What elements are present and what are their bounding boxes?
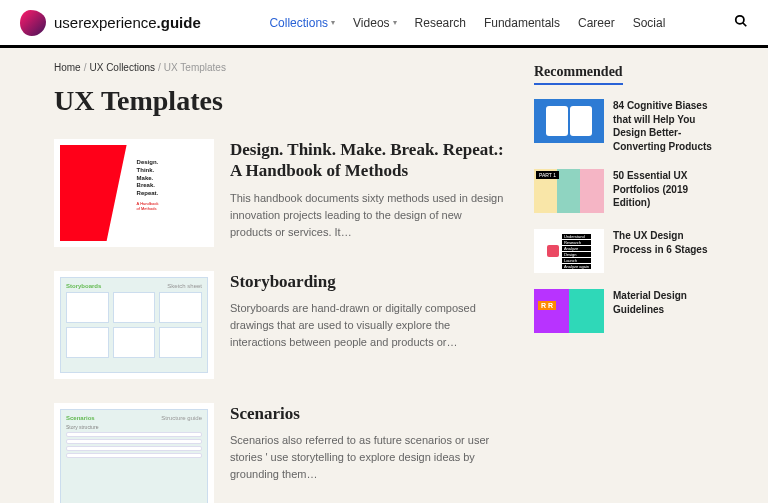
nav-fundamentals[interactable]: Fundamentals	[484, 16, 560, 30]
recommended-item[interactable]: 84 Cognitive Biases that will Help You D…	[534, 99, 714, 153]
nav-collections[interactable]: Collections▾	[269, 16, 335, 30]
top-navbar: userexperience.guide Collections▾ Videos…	[0, 0, 768, 48]
sidebar: Recommended 84 Cognitive Biases that wil…	[534, 62, 714, 503]
breadcrumb-home[interactable]: Home	[54, 62, 81, 73]
recommended-item[interactable]: 50 Essential UX Portfolios (2019 Edition…	[534, 169, 714, 213]
post-title[interactable]: Storyboarding	[230, 271, 504, 292]
svg-point-0	[736, 15, 744, 23]
recommended-thumbnail: UnderstandResearchAnalyzeDesignLaunchAna…	[534, 229, 604, 273]
recommended-title: Material Design Guidelines	[613, 289, 714, 333]
breadcrumb-current: UX Templates	[164, 62, 226, 73]
sidebar-heading: Recommended	[534, 64, 623, 85]
post-title[interactable]: Design. Think. Make. Break. Repeat.: A H…	[230, 139, 504, 182]
nav-career[interactable]: Career	[578, 16, 615, 30]
post-title[interactable]: Scenarios	[230, 403, 504, 424]
recommended-thumbnail	[534, 99, 604, 143]
chevron-down-icon: ▾	[393, 18, 397, 27]
brand-text: userexperience.guide	[54, 14, 201, 31]
post-description: This handbook documents sixty methods us…	[230, 190, 504, 241]
recommended-title: 50 Essential UX Portfolios (2019 Edition…	[613, 169, 714, 213]
nav-videos[interactable]: Videos▾	[353, 16, 396, 30]
post-description: Storyboards are hand-drawn or digitally …	[230, 300, 504, 351]
page-title: UX Templates	[54, 85, 504, 117]
chevron-down-icon: ▾	[331, 18, 335, 27]
post-item: StoryboardsSketch sheet Storyboarding St…	[54, 271, 504, 379]
post-thumbnail[interactable]: StoryboardsSketch sheet	[54, 271, 214, 379]
breadcrumb-collections[interactable]: UX Collections	[89, 62, 155, 73]
recommended-thumbnail	[534, 169, 604, 213]
primary-nav: Collections▾ Videos▾ Research Fundamenta…	[269, 16, 665, 30]
recommended-item[interactable]: UnderstandResearchAnalyzeDesignLaunchAna…	[534, 229, 714, 273]
main-content: Home/UX Collections/UX Templates UX Temp…	[54, 62, 504, 503]
post-item: ScenariosStructure guideStory structure …	[54, 403, 504, 503]
recommended-title: 84 Cognitive Biases that will Help You D…	[613, 99, 714, 153]
search-icon[interactable]	[734, 14, 748, 32]
post-description: Scenarios also referred to as future sce…	[230, 432, 504, 483]
recommended-item[interactable]: Material Design Guidelines	[534, 289, 714, 333]
brand[interactable]: userexperience.guide	[20, 10, 201, 36]
nav-social[interactable]: Social	[633, 16, 666, 30]
svg-line-1	[743, 22, 747, 26]
nav-research[interactable]: Research	[415, 16, 466, 30]
breadcrumb: Home/UX Collections/UX Templates	[54, 62, 504, 73]
recommended-title: The UX Design Process in 6 Stages	[613, 229, 714, 273]
logo-icon	[20, 10, 46, 36]
post-item: Design. Think. Make. Break. Repeat.A Han…	[54, 139, 504, 247]
post-thumbnail[interactable]: Design. Think. Make. Break. Repeat.A Han…	[54, 139, 214, 247]
recommended-thumbnail	[534, 289, 604, 333]
post-thumbnail[interactable]: ScenariosStructure guideStory structure	[54, 403, 214, 503]
